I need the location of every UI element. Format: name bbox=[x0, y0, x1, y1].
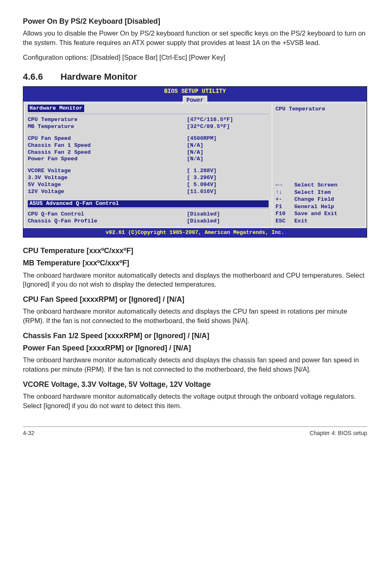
bios-label: MB Temperature bbox=[28, 123, 187, 130]
heading-power-on-ps2: Power On By PS/2 Keyboard [Disabled] bbox=[23, 16, 367, 26]
bios-help-row: F1General Help bbox=[276, 203, 362, 211]
paragraph: The onboard hardware monitor automatical… bbox=[23, 355, 367, 374]
paragraph: The onboard hardware monitor automatical… bbox=[23, 307, 367, 325]
bios-panel-title: Hardware Monitor bbox=[28, 105, 84, 112]
bios-help-row: ←→Select Screen bbox=[276, 182, 362, 189]
key-hint: +- bbox=[276, 196, 294, 203]
page-footer: 4-32 Chapter 4: BIOS setup bbox=[23, 426, 367, 437]
bios-value: [ 1.288V] bbox=[187, 168, 269, 175]
key-desc: Change Field bbox=[294, 196, 334, 203]
key-desc: Save and Exit bbox=[294, 210, 337, 218]
bios-value: [N/A] bbox=[187, 142, 269, 149]
bios-label: CPU Temperature bbox=[28, 117, 187, 123]
bios-label: VCORE Voltage bbox=[28, 168, 187, 175]
bios-help-title: CPU Temperature bbox=[276, 105, 362, 113]
chapter-label: Chapter 4: BIOS setup bbox=[309, 429, 367, 437]
key-hint: ↑↓ bbox=[276, 189, 294, 196]
key-hint: F1 bbox=[276, 203, 294, 211]
bios-label: ASUS Advanced Q-Fan Control bbox=[28, 200, 269, 207]
divider bbox=[28, 208, 269, 209]
key-hint: F10 bbox=[276, 210, 294, 218]
bios-titlebar: BIOS SETUP UTILITY Power bbox=[23, 87, 367, 101]
bios-label: Power Fan Speed bbox=[28, 156, 187, 163]
bios-row-selected[interactable]: ASUS Advanced Q-Fan Control bbox=[28, 200, 269, 207]
bios-label: Chassis Fan 2 Speed bbox=[28, 149, 187, 156]
bios-value: [11.616V] bbox=[187, 189, 269, 195]
key-desc: Select Item bbox=[294, 189, 331, 196]
heading-cpu-fan: CPU Fan Speed [xxxxRPM] or [Ignored] / [… bbox=[23, 294, 367, 304]
key-desc: Select Screen bbox=[294, 182, 337, 189]
key-hint: ←→ bbox=[276, 182, 294, 189]
paragraph: Configuration options: [Disabled] [Space… bbox=[23, 53, 367, 62]
bios-label: 12V Voltage bbox=[28, 189, 187, 195]
bios-screenshot: BIOS SETUP UTILITY Power Hardware Monito… bbox=[23, 86, 367, 238]
section-number: 4.6.6 bbox=[23, 71, 61, 83]
bios-label: CPU Fan Speed bbox=[28, 135, 187, 142]
section-title: Hardware Monitor bbox=[61, 72, 137, 82]
key-hint: ESC bbox=[276, 218, 294, 225]
bios-row[interactable]: Chassis Fan 1 Speed[N/A] bbox=[28, 142, 269, 149]
bios-row[interactable]: Chassis Q-Fan Profile[Disabled] bbox=[28, 218, 269, 225]
bios-help-row: F10Save and Exit bbox=[276, 210, 362, 218]
key-desc: General Help bbox=[294, 203, 334, 211]
bios-footer: v02.61 (C)Copyright 1985-2007, American … bbox=[23, 228, 367, 237]
bios-title: BIOS SETUP UTILITY bbox=[23, 87, 367, 95]
bios-label: Chassis Q-Fan Profile bbox=[28, 218, 187, 225]
bios-row[interactable]: CPU Temperature[47ºC/116.5ºF] bbox=[28, 117, 269, 123]
bios-value: [4500RPM] bbox=[187, 135, 269, 142]
bios-row[interactable]: 12V Voltage[11.616V] bbox=[28, 189, 269, 195]
bios-label: Chassis Fan 1 Speed bbox=[28, 142, 187, 149]
bios-label: 3.3V Voltage bbox=[28, 175, 187, 182]
bios-row[interactable]: CPU Fan Speed[4500RPM] bbox=[28, 135, 269, 142]
bios-row[interactable]: CPU Q-Fan Control[Disabled] bbox=[28, 211, 269, 218]
bios-row[interactable]: Power Fan Speed[N/A] bbox=[28, 156, 269, 163]
bios-row[interactable]: 5V Voltage[ 5.094V] bbox=[28, 182, 269, 189]
key-desc: Exit bbox=[294, 218, 307, 225]
paragraph: The onboard hardware monitor automatical… bbox=[23, 392, 367, 410]
bios-value: [N/A] bbox=[187, 149, 269, 156]
paragraph: Allows you to disable the Power On by PS… bbox=[23, 29, 367, 47]
bios-row[interactable]: Chassis Fan 2 Speed[N/A] bbox=[28, 149, 269, 156]
bios-value: [ 3.296V] bbox=[187, 175, 269, 182]
bios-label: CPU Q-Fan Control bbox=[28, 211, 187, 218]
divider bbox=[28, 114, 269, 114]
bios-left-panel: Hardware Monitor CPU Temperature[47ºC/11… bbox=[24, 103, 272, 228]
heading-mb-temp: MB Temperature [xxxºC/xxxºF] bbox=[23, 258, 367, 268]
heading-cpu-temp: CPU Temperature [xxxºC/xxxºF] bbox=[23, 246, 367, 256]
bios-value: [Disabled] bbox=[187, 211, 269, 218]
bios-value: [Disabled] bbox=[187, 218, 269, 225]
bios-help-panel: CPU Temperature ←→Select Screen ↑↓Select… bbox=[272, 103, 366, 228]
heading-voltages: VCORE Voltage, 3.3V Voltage, 5V Voltage,… bbox=[23, 379, 367, 389]
bios-row[interactable]: MB Temperature[32ºC/89.5ºF] bbox=[28, 123, 269, 130]
bios-value: [47ºC/116.5ºF] bbox=[187, 117, 269, 123]
bios-help-row: +-Change Field bbox=[276, 196, 362, 203]
bios-label: 5V Voltage bbox=[28, 182, 187, 189]
section-heading: 4.6.6Hardware Monitor bbox=[23, 71, 367, 83]
bios-row[interactable]: 3.3V Voltage[ 3.296V] bbox=[28, 175, 269, 182]
page-number: 4-32 bbox=[23, 429, 34, 437]
bios-value: [ 5.094V] bbox=[187, 182, 269, 189]
bios-help-row: ↑↓Select Item bbox=[276, 189, 362, 196]
heading-chassis-fan: Chassis Fan 1/2 Speed [xxxxRPM] or [Igno… bbox=[23, 331, 367, 341]
bios-help-row: ESCExit bbox=[276, 218, 362, 225]
bios-row[interactable]: VCORE Voltage[ 1.288V] bbox=[28, 168, 269, 175]
paragraph: The onboard hardware monitor automatical… bbox=[23, 271, 367, 289]
heading-power-fan: Power Fan Speed [xxxxRPM] or [Ignored] /… bbox=[23, 343, 367, 353]
bios-value: [N/A] bbox=[187, 156, 269, 163]
bios-value: [32ºC/89.5ºF] bbox=[187, 123, 269, 130]
